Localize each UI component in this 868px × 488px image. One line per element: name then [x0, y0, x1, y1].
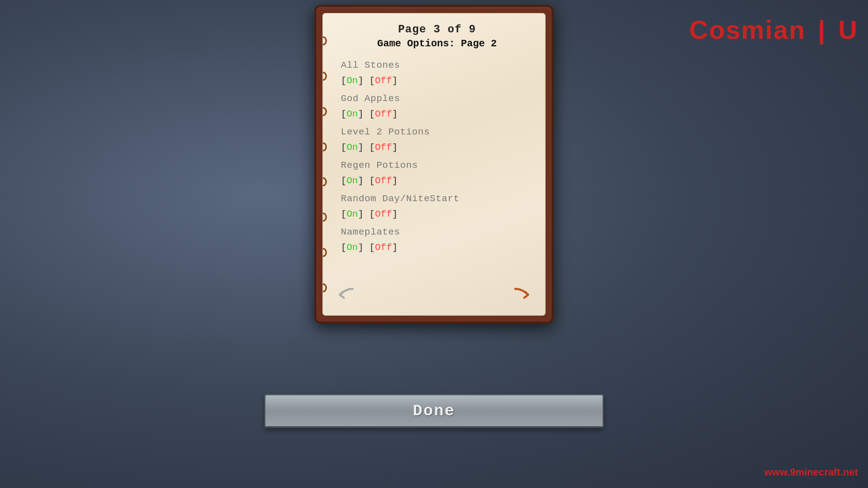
watermark: www.9minecraft.net [764, 467, 858, 478]
option-label-regen-potions: Regen Potions [341, 158, 533, 173]
toggle-on-nameplates[interactable]: On [346, 242, 358, 253]
toggle-on-random-day[interactable]: On [346, 209, 358, 220]
bracket-open-1: [ [341, 75, 346, 86]
option-toggles-god-apples: [On] [Off] [341, 107, 533, 122]
ring-7 [322, 248, 327, 257]
done-button[interactable]: Done [265, 394, 603, 428]
ring-2 [322, 72, 327, 81]
toggle-off-god-apples[interactable]: Off [375, 109, 392, 120]
options-list: All Stones [On] [Off] God Apples [On] [O… [341, 58, 533, 257]
ring-3 [322, 107, 327, 116]
brand-name: Cosmian [689, 15, 806, 44]
toggle-off-nameplates[interactable]: Off [375, 242, 392, 253]
option-label-god-apples: God Apples [341, 92, 533, 106]
binding-rings [322, 13, 327, 315]
prev-page-button[interactable] [335, 285, 359, 305]
toggle-on-all-stones[interactable]: On [346, 75, 358, 86]
book-outer: Page 3 of 9 Game Options: Page 2 All Sto… [314, 5, 554, 324]
ring-5 [322, 177, 327, 186]
brand-separator: | [818, 15, 826, 44]
ring-8 [322, 283, 327, 292]
bracket-open-2: [ [369, 75, 375, 86]
toggle-on-god-apples[interactable]: On [346, 109, 358, 120]
option-toggles-random-day: [On] [Off] [341, 207, 533, 222]
toggle-off-random-day[interactable]: Off [375, 209, 392, 220]
ring-6 [322, 213, 327, 222]
option-label-nameplates: Nameplates [341, 225, 533, 240]
option-toggles-all-stones: [On] [Off] [341, 74, 533, 88]
page-number: Page 3 of 9 [341, 23, 533, 36]
toggle-on-regen-potions[interactable]: On [346, 175, 358, 186]
toggle-off-all-stones[interactable]: Off [375, 75, 392, 86]
next-page-button[interactable] [509, 285, 533, 305]
option-label-level2-potions: Level 2 Potions [341, 125, 533, 139]
toggle-off-level2-potions[interactable]: Off [375, 142, 392, 153]
book-container: Page 3 of 9 Game Options: Page 2 All Sto… [314, 5, 554, 324]
nav-arrows [335, 285, 533, 305]
page-subtitle: Game Options: Page 2 [341, 38, 533, 49]
option-label-random-day: Random Day/NiteStart [341, 192, 533, 206]
bracket-close-2: ] [392, 75, 398, 86]
done-label: Done [413, 402, 455, 420]
brand-suffix: U [838, 15, 858, 44]
option-toggles-nameplates: [On] [Off] [341, 241, 533, 255]
ring-1 [322, 36, 327, 45]
option-toggles-level2-potions: [On] [Off] [341, 140, 533, 155]
option-label-all-stones: All Stones [341, 58, 533, 73]
toggle-on-level2-potions[interactable]: On [346, 142, 358, 153]
bracket-close-1: ] [358, 75, 363, 86]
option-toggles-regen-potions: [On] [Off] [341, 174, 533, 188]
book-inner: Page 3 of 9 Game Options: Page 2 All Sto… [322, 13, 546, 316]
toggle-off-regen-potions[interactable]: Off [375, 175, 392, 186]
brand-header: Cosmian | U [689, 15, 858, 45]
ring-4 [322, 142, 327, 151]
